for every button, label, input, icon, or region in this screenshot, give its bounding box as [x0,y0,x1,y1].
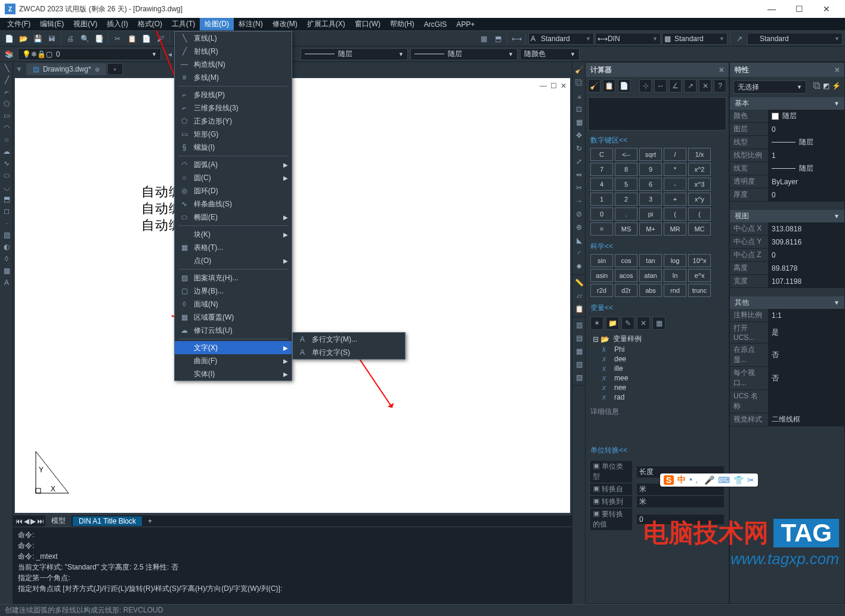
palette3-icon[interactable]: ▦ [572,345,586,358]
menu-item[interactable]: ⬭椭圆(E)▶ [175,211,292,224]
ime-punct-icon[interactable]: •， [689,475,701,485]
menu-item[interactable]: ╱射线(R) [175,45,292,58]
move-icon[interactable]: ✥ [572,129,586,142]
calc-key[interactable]: ( [664,208,686,221]
menu-item[interactable]: 编辑(E) [35,18,69,30]
erase-icon[interactable]: 🧹 [572,63,586,76]
menu-item[interactable]: 扩展工具(X) [302,18,350,30]
property-row[interactable]: 颜色 随层 [730,110,844,123]
calc-key[interactable]: 5 [615,178,637,191]
calc-key[interactable]: 6 [639,178,662,191]
property-row[interactable]: 线型比例1 [730,149,844,162]
var-tree-item[interactable]: xnee [590,383,724,392]
calc-conv-section[interactable]: 单位转换<< [586,443,729,458]
calc-key[interactable]: sin [590,254,613,267]
submenu-item[interactable]: A多行文字(M)... [293,333,405,346]
menu-item[interactable]: 窗口(W) [350,18,385,30]
rotate-icon[interactable]: ↻ [572,142,586,155]
var-tree-item[interactable]: xdee [590,354,724,364]
calc-key[interactable]: acos [615,269,637,282]
calc-key[interactable]: rnd [664,284,686,297]
tab-nav-prev-icon[interactable]: ◀ [24,517,29,525]
polygon-tool-icon[interactable]: ⬠ [0,98,13,110]
calc-key[interactable]: 3 [639,193,662,206]
property-row[interactable]: UCS 名称 [730,390,844,413]
menu-item[interactable]: ◎圆环(D) [175,184,292,197]
calc-key[interactable]: 7 [590,163,613,176]
open-icon[interactable]: 📂 [17,32,30,45]
mleader-icon[interactable]: ↗ [733,32,746,45]
command-panel[interactable]: 命令:命令:命令: _mtext当前文字样式: "Standard" 文字高度:… [13,527,572,604]
calc-key[interactable]: r2d [590,284,613,297]
palette1-icon[interactable]: ▥ [572,318,586,332]
fillet-icon[interactable]: ◜ [572,247,586,260]
viewport-close-icon[interactable]: ✕ [561,82,567,90]
ellipsearc-tool-icon[interactable]: ◡ [0,181,13,193]
calc-key[interactable]: sqrt [639,148,662,161]
menu-item[interactable]: 帮助(H) [385,18,419,30]
calc-key[interactable]: 1/x [688,148,711,161]
calc-key[interactable]: x^2 [688,163,711,176]
calc-key[interactable]: C [590,148,613,161]
property-row[interactable]: 中心点 X313.0818 [730,222,844,236]
calc-key[interactable]: / [664,148,686,161]
calc-key[interactable]: + [664,193,686,206]
menu-item[interactable]: 插入(I) [102,18,132,30]
calc-key[interactable]: trunc [688,284,711,297]
menu-item[interactable]: ☁修订云线(U) [175,324,292,337]
dim-icon[interactable]: ⟷ [510,32,523,45]
var-tree-root[interactable]: ⊟ 📂 变量样例 [590,333,724,345]
ime-skin-icon[interactable]: 👕 [733,475,744,485]
calc-getpt-icon[interactable]: ⊹ [639,79,652,92]
dim-style-combo[interactable]: ⟷DIN▼ [595,33,661,45]
gradient-tool-icon[interactable]: ◐ [0,241,13,253]
insert-block-icon[interactable]: ⬒ [0,193,13,205]
saveall-icon[interactable]: 🖬 [45,32,58,45]
property-row[interactable]: 每个视口...否 [730,367,844,390]
calc-key[interactable]: cos [615,254,637,267]
calc-x-icon[interactable]: ✕ [699,79,711,92]
menu-item[interactable]: 格式(O) [133,18,167,30]
prop-section-other[interactable]: 其他▼ [730,296,844,309]
calc-key[interactable]: e^x [688,269,711,282]
region-tool-icon[interactable]: ◊ [0,253,13,265]
model-tab[interactable]: 模型 [45,515,72,527]
calc-key[interactable]: MS [615,222,637,236]
menu-item[interactable]: 文件(F) [2,18,35,30]
property-row[interactable]: 打开 UCS...是 [730,322,844,343]
select-objects-icon[interactable]: ◩ [823,82,829,90]
minimize-button[interactable]: — [758,0,785,18]
close-tab-icon[interactable]: ⊗ [95,66,100,73]
calc-key[interactable]: 9 [639,163,662,176]
calc-key[interactable]: 10^x [688,254,711,267]
close-button[interactable]: ✕ [813,0,840,18]
menu-item[interactable]: —构造线(N) [175,58,292,71]
menu-item[interactable]: ◊面域(N) [175,298,292,311]
calc-getdist-icon[interactable]: ↔ [654,79,667,92]
mleader-style-combo[interactable]: Standard▼ [747,33,843,45]
table-style-combo[interactable]: ▦Standard▼ [662,33,728,45]
var-new-icon[interactable]: ✶ [590,317,603,330]
selection-combo[interactable]: 无选择▼ [733,81,806,94]
cut-icon[interactable]: ✂ [111,32,124,45]
text-style-combo[interactable]: AStandard▼ [528,33,594,45]
print-icon[interactable]: 🖨 [64,32,77,45]
maximize-button[interactable]: ☐ [785,0,813,18]
extend-icon[interactable]: → [572,194,586,208]
trim-icon[interactable]: ✂ [572,181,586,194]
calc-key[interactable]: 8 [615,163,637,176]
conv-row[interactable]: ▣ 转换到米 [590,496,724,508]
new-icon[interactable]: 📄 [2,32,16,45]
calc-key[interactable]: x^y [688,193,711,206]
menu-item[interactable]: 视图(V) [69,18,102,30]
calc-clear-icon[interactable]: 🧹 [588,79,601,92]
calc-paste-icon[interactable]: 📄 [618,79,630,92]
calc-key[interactable]: = [590,222,613,236]
ime-keyboard-icon[interactable]: ⌨ [718,475,730,485]
ellipse-tool-icon[interactable]: ⬭ [0,169,13,181]
var-edit-icon[interactable]: ✎ [621,317,634,330]
circle-tool-icon[interactable]: ○ [0,134,13,146]
linetype-combo[interactable]: 随层▼ [301,48,408,60]
insert-icon[interactable]: ⬒ [491,32,504,45]
calc-key[interactable]: MR [664,222,686,236]
